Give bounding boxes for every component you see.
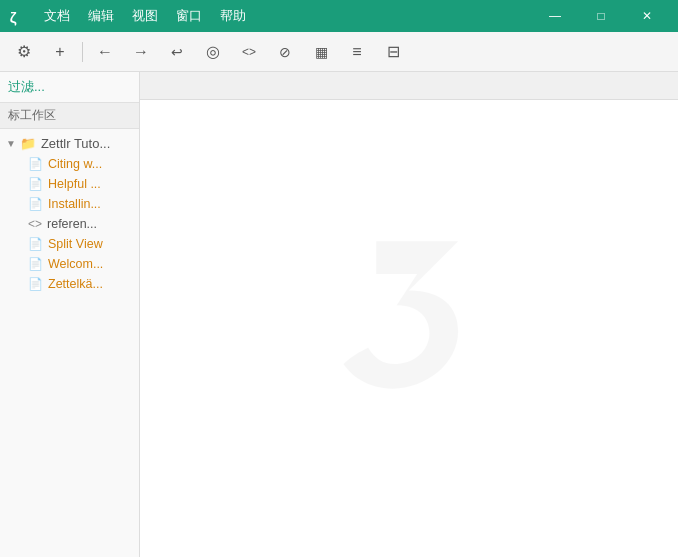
menu-bar: 文档 编辑 视图 窗口 帮助	[36, 5, 532, 27]
list-item[interactable]: 📄 Split View	[0, 234, 139, 254]
tree-folder-zettlr[interactable]: ▼ 📁 Zettlr Tuto...	[0, 133, 139, 154]
list-item[interactable]: 📄 Welcom...	[0, 254, 139, 274]
file-name: Helpful ...	[48, 177, 101, 191]
list-item[interactable]: <> referen...	[0, 214, 139, 234]
menu-item-window[interactable]: 窗口	[168, 5, 210, 27]
code-button[interactable]: <>	[233, 38, 265, 66]
image-button[interactable]: ▦	[305, 38, 337, 66]
close-button[interactable]: ✕	[624, 0, 670, 32]
main-layout: 过滤... 标工作区 ▼ 📁 Zettlr Tuto... 📄 Citing w…	[0, 72, 678, 557]
zettlr-watermark	[319, 225, 499, 405]
doc-icon: 📄	[28, 177, 43, 191]
toolbar-divider-1	[82, 42, 83, 62]
share-button[interactable]: ↩	[161, 38, 193, 66]
forward-button[interactable]: →	[125, 38, 157, 66]
doc-icon: 📄	[28, 277, 43, 291]
minimize-button[interactable]: —	[532, 0, 578, 32]
menu-item-doc[interactable]: 文档	[36, 5, 78, 27]
menu-item-edit[interactable]: 编辑	[80, 5, 122, 27]
folder-name: Zettlr Tuto...	[41, 136, 110, 151]
list-item[interactable]: 📄 Installin...	[0, 194, 139, 214]
panel-button[interactable]: ⊟	[377, 38, 409, 66]
list-item[interactable]: 📄 Citing w...	[0, 154, 139, 174]
back-button[interactable]: ←	[89, 38, 121, 66]
maximize-button[interactable]: □	[578, 0, 624, 32]
sidebar-filter: 过滤...	[0, 72, 139, 103]
folder-icon: 📁	[20, 136, 36, 151]
filter-link[interactable]: 过滤...	[8, 79, 45, 94]
window-controls: — □ ✕	[532, 0, 670, 32]
list-item[interactable]: 📄 Zettelkä...	[0, 274, 139, 294]
menu-item-help[interactable]: 帮助	[212, 5, 254, 27]
format-button[interactable]: ≡	[341, 38, 373, 66]
preview-button[interactable]: ◎	[197, 38, 229, 66]
svg-text:ζ: ζ	[10, 9, 17, 26]
doc-icon: 📄	[28, 237, 43, 251]
app-logo: ζ	[8, 6, 28, 26]
doc-icon: 📄	[28, 257, 43, 271]
file-name: Split View	[48, 237, 103, 251]
toolbar: ⚙ + ← → ↩ ◎ <> ⊘ ▦ ≡ ⊟	[0, 32, 678, 72]
file-name: referen...	[47, 217, 97, 231]
link-button[interactable]: ⊘	[269, 38, 301, 66]
sidebar-tree: ▼ 📁 Zettlr Tuto... 📄 Citing w... 📄 Helpf…	[0, 129, 139, 557]
chevron-down-icon: ▼	[6, 138, 16, 149]
doc-icon: 📄	[28, 197, 43, 211]
menu-item-view[interactable]: 视图	[124, 5, 166, 27]
list-item[interactable]: 📄 Helpful ...	[0, 174, 139, 194]
content-area	[140, 72, 678, 557]
content-topbar	[140, 72, 678, 100]
title-bar: ζ 文档 编辑 视图 窗口 帮助 — □ ✕	[0, 0, 678, 32]
code-icon: <>	[28, 217, 42, 231]
workspace-label: 标工作区	[0, 103, 139, 129]
sidebar: 过滤... 标工作区 ▼ 📁 Zettlr Tuto... 📄 Citing w…	[0, 72, 140, 557]
new-file-button[interactable]: +	[44, 38, 76, 66]
file-name: Zettelkä...	[48, 277, 103, 291]
settings-button[interactable]: ⚙	[8, 38, 40, 66]
doc-icon: 📄	[28, 157, 43, 171]
file-name: Citing w...	[48, 157, 102, 171]
file-name: Welcom...	[48, 257, 103, 271]
file-name: Installin...	[48, 197, 101, 211]
